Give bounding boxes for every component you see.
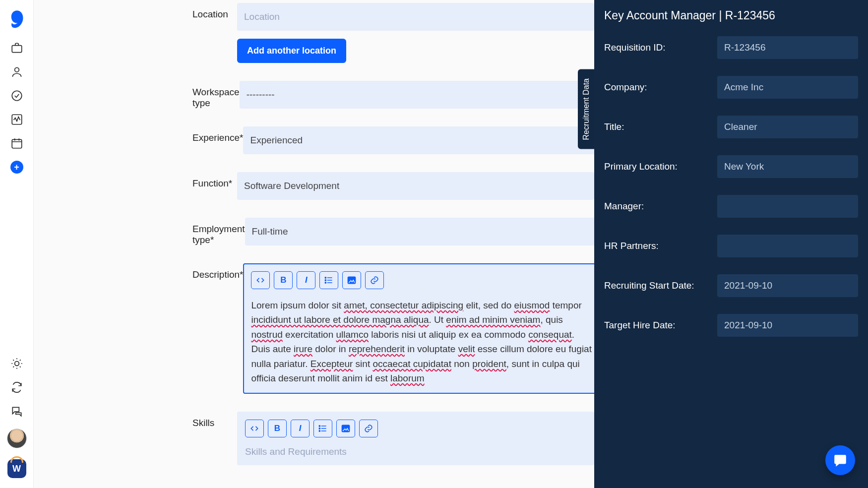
recruiting-start-date-label: Recruiting Start Date: bbox=[604, 280, 717, 291]
function-select[interactable]: Software Development bbox=[237, 172, 594, 200]
image-icon[interactable] bbox=[342, 271, 361, 289]
link-icon[interactable] bbox=[359, 420, 378, 437]
primary-location-label: Primary Location: bbox=[604, 161, 717, 172]
italic-icon[interactable]: I bbox=[291, 420, 310, 437]
function-label: Function* bbox=[192, 172, 237, 189]
panel-title: Key Account Manager | R-123456 bbox=[604, 9, 858, 22]
bold-icon[interactable]: B bbox=[268, 420, 287, 437]
requisition-id-label: Requisition ID: bbox=[604, 42, 717, 53]
svg-point-5 bbox=[14, 362, 19, 366]
code-icon[interactable] bbox=[251, 271, 270, 289]
image-icon[interactable] bbox=[336, 420, 355, 437]
refresh-icon[interactable] bbox=[10, 381, 23, 394]
chat-icon[interactable] bbox=[10, 405, 23, 418]
employment-type-select[interactable]: Full-time bbox=[245, 218, 602, 245]
sidebar: + W bbox=[0, 0, 34, 488]
skills-placeholder: Skills and Requirements bbox=[245, 446, 586, 457]
hr-partners-label: HR Partners: bbox=[604, 241, 717, 251]
italic-icon[interactable]: I bbox=[297, 271, 315, 289]
location-input[interactable]: Location bbox=[237, 3, 594, 31]
description-toolbar: B I bbox=[251, 271, 592, 289]
company-label: Company: bbox=[604, 82, 717, 93]
manager-field[interactable] bbox=[717, 195, 858, 218]
svg-point-1 bbox=[14, 67, 19, 72]
experience-label: Experience* bbox=[192, 126, 243, 143]
workspace-type-label: Workspace type bbox=[192, 81, 240, 109]
title-field[interactable]: Cleaner bbox=[717, 116, 858, 138]
svg-point-10 bbox=[350, 279, 352, 280]
list-icon[interactable] bbox=[313, 420, 332, 437]
calendar-icon[interactable] bbox=[10, 137, 23, 150]
target-hire-date-field[interactable]: 2021-09-10 bbox=[717, 314, 858, 337]
svg-rect-4 bbox=[12, 139, 22, 148]
intercom-launcher[interactable] bbox=[825, 445, 855, 475]
skills-editor[interactable]: B I Skills and Requirements bbox=[237, 412, 594, 465]
code-icon[interactable] bbox=[245, 420, 264, 437]
primary-location-field[interactable]: New York bbox=[717, 155, 858, 178]
employment-type-label: Employment type* bbox=[192, 218, 245, 245]
svg-point-6 bbox=[325, 277, 326, 278]
svg-point-8 bbox=[325, 282, 326, 283]
manager-label: Manager: bbox=[604, 201, 717, 212]
company-field[interactable]: Acme Inc bbox=[717, 76, 858, 99]
svg-point-7 bbox=[325, 280, 326, 281]
briefcase-icon[interactable] bbox=[10, 42, 23, 55]
skills-toolbar: B I bbox=[245, 420, 586, 437]
recruitment-data-tab[interactable]: Recruitment Data bbox=[578, 69, 595, 149]
title-label: Title: bbox=[604, 122, 717, 132]
svg-point-2 bbox=[12, 91, 22, 101]
link-icon[interactable] bbox=[365, 271, 384, 289]
description-editor[interactable]: B I Lorem ipsum dolor sit amet, consecte… bbox=[243, 263, 600, 394]
bold-icon[interactable]: B bbox=[274, 271, 293, 289]
user-avatar[interactable] bbox=[7, 428, 27, 448]
svg-point-11 bbox=[319, 426, 320, 427]
activity-icon[interactable] bbox=[10, 113, 23, 126]
add-location-button[interactable]: Add another location bbox=[237, 39, 346, 63]
experience-select[interactable]: Experienced bbox=[243, 126, 600, 154]
svg-point-15 bbox=[344, 427, 345, 428]
skills-label: Skills bbox=[192, 412, 237, 428]
svg-point-13 bbox=[319, 430, 320, 431]
sun-icon[interactable] bbox=[10, 357, 23, 370]
description-label: Description* bbox=[192, 263, 243, 280]
location-label: Location bbox=[192, 3, 237, 20]
svg-point-12 bbox=[319, 428, 320, 429]
hr-partners-field[interactable] bbox=[717, 235, 858, 257]
requisition-id-field[interactable]: R-123456 bbox=[717, 36, 858, 59]
recruitment-data-panel: Key Account Manager | R-123456 Requisiti… bbox=[594, 0, 868, 488]
recruiting-start-date-field[interactable]: 2021-09-10 bbox=[717, 274, 858, 297]
workspace-type-select[interactable]: --------- bbox=[240, 81, 597, 109]
svg-rect-0 bbox=[12, 46, 22, 53]
person-icon[interactable] bbox=[10, 65, 23, 78]
check-circle-icon[interactable] bbox=[10, 89, 23, 102]
job-form: Location Location Add another location W… bbox=[34, 0, 594, 488]
app-logo bbox=[9, 10, 24, 28]
app-badge[interactable]: W bbox=[7, 459, 26, 478]
main-area: Location Location Add another location W… bbox=[34, 0, 868, 488]
target-hire-date-label: Target Hire Date: bbox=[604, 320, 717, 331]
add-button[interactable]: + bbox=[10, 161, 23, 174]
list-icon[interactable] bbox=[319, 271, 338, 289]
description-textarea[interactable]: Lorem ipsum dolor sit amet, consectetur … bbox=[251, 298, 592, 386]
